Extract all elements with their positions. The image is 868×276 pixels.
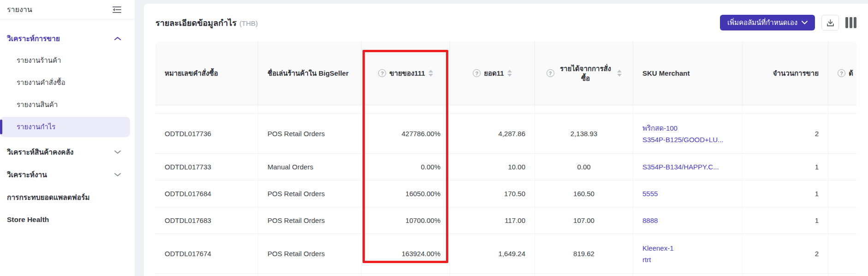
table-row-partial (155, 274, 856, 276)
order-number-cell: ODTDL017736 (155, 114, 258, 154)
add-custom-column-button[interactable]: เพิ่มคอลัมน์ที่กำหนดเอง (720, 15, 815, 30)
sidebar-group-inventory-analysis[interactable]: วิเคราะห์สินค้าคงคลัง (0, 144, 135, 160)
table-row: ODTDL017674 POS Retail Orders 163924.00%… (155, 234, 856, 274)
profit-table: หมายเลขคำสั่งซื้อ ชื่อเล่นร้านค้าใน BigS… (155, 42, 856, 276)
sidebar-item-product-report[interactable]: รายงานสินค้า (0, 97, 135, 113)
table-row: ODTDL017683 POS Retail Orders 10700.00% … (155, 207, 856, 234)
header-actions: เพิ่มคอลัมน์ที่กำหนดเอง (720, 15, 856, 30)
sku-link[interactable]: พริกสด-100 (642, 122, 733, 134)
sidebar-item-label: รายงานร้านค้า (17, 55, 61, 66)
profit-report-page: { "colors": { "accent": "#4336b3", "link… (0, 0, 868, 276)
total-custom-cell: 170.50 (450, 180, 535, 207)
order-number-cell: ODTDL017683 (155, 207, 258, 234)
sort-icon[interactable] (428, 70, 433, 77)
sku-cell: 5555 (633, 180, 743, 207)
store-cell: POS Retail Orders (258, 207, 362, 234)
clipped-cell (828, 234, 856, 274)
sku-link[interactable]: S354P-B125/GOOD+LU... (642, 134, 733, 145)
sale-custom-cell: 427786.00% (362, 114, 450, 154)
sidebar-item-store-report[interactable]: รายงานร้านค้า (0, 53, 135, 68)
help-icon[interactable]: ? (378, 69, 386, 77)
active-indicator-bar (0, 120, 2, 134)
table-header-row: หมายเลขคำสั่งซื้อ ชื่อเล่นร้านค้าใน BigS… (155, 42, 856, 105)
sku-link[interactable]: Kleenex-1 (642, 242, 733, 254)
chevron-down-icon (114, 173, 121, 177)
sidebar-group-label: วิเคราะห์สินค้าคงคลัง (7, 146, 73, 158)
sidebar: รายงาน วิเคราะห์การขาย รายงานร้านค้า ราย… (0, 0, 135, 276)
page-title: รายละเอียดข้อมูลกำไร(THB) (155, 16, 258, 30)
revenue-cell: 160.50 (535, 180, 633, 207)
total-custom-cell: 1,649.24 (450, 234, 535, 274)
sidebar-group-label: วิเคราะห์งาน (7, 169, 47, 180)
chevron-up-icon (114, 36, 121, 41)
sort-icon[interactable] (507, 70, 512, 77)
revenue-cell: 819.62 (535, 234, 633, 274)
revenue-cell: 107.00 (535, 207, 633, 234)
download-button[interactable] (821, 15, 839, 30)
sku-cell: S354P-B134/HAPPY.C... (633, 154, 743, 180)
col-header-total-custom[interactable]: ? ยอด11 (450, 42, 535, 105)
sidebar-title: รายงาน (7, 4, 32, 15)
store-cell: POS Retail Orders (258, 234, 362, 274)
sku-cell: พริกสด-100 S354P-B125/GOOD+LU... (633, 114, 743, 154)
sidebar-item-store-health[interactable]: Store Health (0, 212, 135, 228)
sort-icon[interactable] (617, 70, 622, 77)
sidebar-item-platform-reconciliation[interactable]: การกระทบยอดแพลตฟอร์ม (0, 189, 135, 205)
order-number-cell: ODTDL017674 (155, 234, 258, 274)
sidebar-group-label: วิเคราะห์การขาย (7, 33, 60, 44)
sale-custom-cell: 16050.00% (362, 180, 450, 207)
revenue-cell: 0.00 (535, 154, 633, 180)
sku-link[interactable]: S354P-B134/HAPPY.C... (642, 161, 733, 173)
help-icon[interactable]: ? (838, 69, 845, 77)
help-icon[interactable]: ? (473, 69, 481, 77)
store-cell: POS Retail Orders (258, 114, 362, 154)
clipped-cell (828, 114, 856, 154)
chevron-down-icon (114, 150, 121, 154)
sale-custom-cell: 10700.00% (362, 207, 450, 234)
clipped-cell (828, 154, 856, 180)
sidebar-group-sales-analysis[interactable]: วิเคราะห์การขาย (0, 30, 135, 46)
spacer-row (155, 105, 856, 114)
sku-cell: Kleenex-1 rtrt (633, 234, 743, 274)
revenue-cell: 2,138.93 (535, 114, 633, 154)
sidebar-group-label: การกระทบยอดแพลตฟอร์ม (7, 192, 90, 203)
sale-custom-cell: 163924.00% (362, 234, 450, 274)
panel-header: รายละเอียดข้อมูลกำไร(THB) เพิ่มคอลัมน์ที… (155, 13, 856, 32)
sidebar-item-label: รายงานสินค้า (17, 99, 58, 110)
clipped-cell (828, 180, 856, 207)
store-cell: Manual Orders (258, 154, 362, 180)
col-header-store-nickname: ชื่อเล่นร้านค้าใน BigSeller (258, 42, 362, 105)
col-header-order-revenue[interactable]: ? รายได้จากการสั่งซื้อ (535, 42, 633, 105)
sku-link[interactable]: rtrt (642, 254, 733, 265)
total-custom-cell: 10.00 (450, 154, 535, 180)
main-panel: รายละเอียดข้อมูลกำไร(THB) เพิ่มคอลัมน์ที… (144, 4, 868, 276)
sku-link[interactable]: 5555 (642, 188, 733, 199)
col-header-sales-qty: จำนวนการขาย (743, 42, 828, 105)
sale-custom-cell: 0.00% (362, 154, 450, 180)
clipped-cell (828, 207, 856, 234)
sku-cell: 8888 (633, 207, 743, 234)
store-cell: POS Retail Orders (258, 180, 362, 207)
currency-suffix: (THB) (239, 19, 258, 27)
order-number-cell: ODTDL017684 (155, 180, 258, 207)
qty-cell: 1 (743, 154, 828, 180)
sidebar-item-label: รายงานคำสั่งซื้อ (17, 77, 65, 88)
help-icon[interactable]: ? (547, 69, 554, 77)
qty-cell: 1 (743, 180, 828, 207)
sidebar-header: รายงาน (0, 0, 135, 19)
sku-link[interactable]: 8888 (642, 215, 733, 226)
order-number-cell: ODTDL017733 (155, 154, 258, 180)
sidebar-group-work-analysis[interactable]: วิเคราะห์งาน (0, 167, 135, 182)
column-settings-icon[interactable] (845, 17, 856, 28)
sidebar-item-profit-report[interactable]: รายงานกำไร (0, 117, 130, 137)
table-row: ODTDL017684 POS Retail Orders 16050.00% … (155, 180, 856, 207)
col-header-sale-custom[interactable]: ? ขายของ111 (362, 42, 450, 105)
col-header-sku-merchant: SKU Merchant (633, 42, 743, 105)
total-custom-cell: 117.00 (450, 207, 535, 234)
total-custom-cell: 4,287.86 (450, 114, 535, 154)
table-row: ODTDL017736 POS Retail Orders 427786.00%… (155, 114, 856, 154)
sidebar-item-order-report[interactable]: รายงานคำสั่งซื้อ (0, 75, 135, 90)
col-header-clipped[interactable]: ? ต้ (828, 42, 856, 105)
download-icon (826, 19, 834, 27)
collapse-sidebar-icon[interactable] (112, 6, 122, 14)
